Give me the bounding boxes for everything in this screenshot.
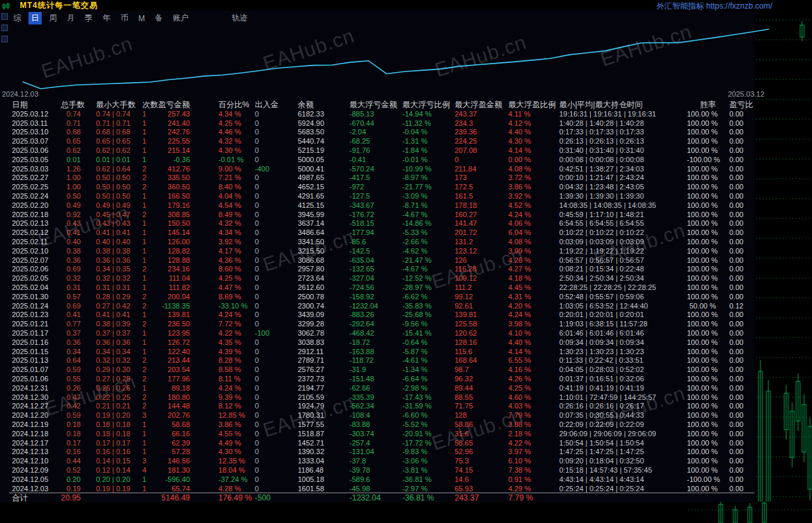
cell-pnl: 111.04: [158, 274, 192, 282]
cell-min-max-lots: 0.41 | 0.41: [93, 310, 138, 318]
cell-total-lots: 0.41: [61, 310, 93, 318]
table-row: 2025.03.031.260.62 | 0.642412.769.00 %-4…: [9, 164, 754, 173]
cell-balance: 1390.32: [296, 448, 348, 455]
cell-count: 2: [138, 183, 158, 191]
cell-cashflow: 0: [251, 265, 296, 273]
footer-pct: 176.49 %: [192, 493, 251, 502]
cell-min-max-lots: 0.21 | 0.21: [93, 402, 138, 410]
menu-item-9[interactable]: 备: [152, 12, 165, 24]
cell-pl-ratio: 0.00: [728, 466, 754, 474]
menu-item-5[interactable]: 季: [82, 12, 95, 24]
cell-count: 3: [138, 411, 158, 419]
cell-pnl: -596.40: [158, 475, 192, 483]
cell-max-float-profit: 99.12: [453, 293, 506, 301]
cell-max-float-loss-pct: -5.52 %: [400, 420, 453, 428]
cell-max-float-loss-pct: -11.32 %: [400, 119, 453, 127]
cell-max-float-loss: -39.78: [348, 466, 400, 474]
cell-hold-time: 0:26:13 | 0:26:13 | 0:26:13: [559, 137, 687, 145]
col-header-cashflow: 出入金: [251, 99, 296, 109]
cell-pl-ratio: 0.00: [728, 411, 754, 419]
cell-pct: 8.12 %: [192, 402, 251, 410]
cell-max-float-loss: -176.72: [348, 211, 400, 218]
cell-pct: 4.17 %: [192, 247, 251, 255]
cell-total-lots: 0.69: [61, 302, 93, 310]
cell-max-float-loss: -292.64: [348, 320, 400, 328]
cell-date: 2025.01.13: [9, 356, 61, 364]
cell-cashflow: 0: [251, 365, 296, 373]
cell-hold-time: 1:19:22 | 1:19:22 | 1:19:22: [559, 247, 687, 255]
table-row: 2025.02.240.500.50 | 0.501166.504.04 %04…: [9, 191, 754, 201]
cell-max-float-profit: 211.84: [453, 165, 506, 173]
cell-total-lots: 0.20: [61, 475, 93, 483]
cell-date: 2025.01.21: [9, 320, 61, 328]
menu-item-1[interactable]: 综: [11, 12, 24, 24]
cell-count: 1: [138, 384, 158, 392]
cell-balance: 2789.71: [296, 356, 348, 364]
cell-max-float-loss: -68.25: [348, 137, 400, 145]
toolbar-icon[interactable]: [1, 13, 8, 20]
cell-max-float-loss-pct: -4.62 %: [400, 247, 453, 255]
toolbar-icon[interactable]: [1, 24, 8, 31]
equity-chart: [9, 25, 777, 99]
cell-pl-ratio: 0.00: [728, 356, 754, 364]
cell-cashflow: 0: [251, 119, 296, 127]
cell-max-float-loss: -31.9: [348, 365, 400, 373]
cell-date: 2025.01.30: [9, 293, 61, 301]
col-header-total-lots: 总手数: [61, 99, 93, 109]
cell-win-rate: 50.00 %: [687, 302, 728, 310]
brand-link[interactable]: 外汇智能指标 https://fxznzb.com/: [656, 1, 772, 12]
cell-min-max-lots: 0.38 | 0.39: [93, 320, 138, 328]
cell-max-float-loss: -635.04: [348, 256, 400, 264]
cell-date: 2024.12.10: [9, 457, 61, 465]
cell-max-float-loss: -118.72: [348, 356, 400, 364]
cell-total-lots: 0.34: [61, 348, 93, 356]
cell-count: 1: [138, 119, 158, 127]
cell-win-rate: 100.00 %: [687, 256, 728, 264]
menu-item-11[interactable]: 轨迹: [229, 12, 250, 24]
menu-item-6[interactable]: 年: [100, 12, 113, 24]
cell-min-max-lots: 0.49 | 0.49: [93, 201, 138, 209]
cell-pct: 4.34 %: [192, 228, 251, 236]
cell-count: 1: [138, 192, 158, 200]
menu-item-7[interactable]: 币: [118, 12, 131, 24]
cell-win-rate: 100.00 %: [687, 137, 728, 145]
cell-balance: 5924.90: [296, 119, 348, 127]
table-row: 2024.12.030.190.19 | 0.19165.744.28 %016…: [9, 484, 754, 493]
cell-cashflow: 0: [251, 402, 296, 410]
cell-win-rate: 100.00 %: [687, 448, 728, 455]
cell-pnl: 144.48: [158, 402, 192, 410]
cell-hold-time: 4:43:14 | 4:43:14 | 4:43:14: [559, 475, 687, 483]
cell-min-max-lots: 0.74 | 0.74: [93, 110, 138, 118]
cell-pl-ratio: 0.12: [728, 302, 754, 310]
cell-max-float-profit-pct: 4.26 %: [506, 375, 559, 383]
cell-max-float-profit: 168.64: [453, 356, 506, 364]
cell-cashflow: 0: [251, 137, 296, 145]
table-row: 2025.02.060.690.34 | 0.352234.168.60 %02…: [9, 265, 754, 274]
cell-win-rate: 100.00 %: [687, 128, 728, 136]
menu-item-4[interactable]: 月: [64, 12, 77, 24]
menu-item-8[interactable]: M: [136, 13, 148, 24]
footer-max-float-loss-pct: -36.81 %: [400, 493, 453, 502]
cell-hold-time: 0:04:32 | 1:23:48 | 2:43:05: [559, 183, 687, 191]
menu-item-10[interactable]: 账户: [170, 12, 191, 24]
cell-pnl: 234.16: [158, 265, 192, 273]
cell-count: 1: [138, 329, 158, 337]
menu-item-3[interactable]: 周: [46, 12, 60, 24]
cell-pct: 4.32 %: [192, 137, 251, 145]
cell-total-lots: 0.16: [61, 448, 93, 455]
equity-curve-line: [23, 29, 769, 89]
cell-balance: 2500.78: [296, 293, 348, 301]
chart-start-date: 2024.12.03: [2, 90, 38, 98]
toolbar-icon[interactable]: [1, 36, 8, 42]
menu-item-2[interactable]: 日: [28, 12, 42, 24]
cell-max-float-loss-pct: -4.67 %: [400, 211, 453, 218]
cell-max-float-profit: 141.47: [453, 219, 506, 227]
cell-total-lots: 0.77: [61, 320, 93, 328]
cell-max-float-profit-pct: 4.06 %: [506, 219, 559, 227]
cell-cashflow: 0: [251, 348, 296, 356]
cell-cashflow: 0: [251, 219, 296, 227]
table-row: 2025.02.251.000.50 | 0.502360.508.40 %04…: [9, 182, 754, 191]
cell-win-rate: 100.00 %: [687, 238, 728, 246]
cell-max-float-loss-pct: -2.66 %: [400, 238, 453, 246]
cell-max-float-profit: 161.5: [453, 192, 506, 200]
